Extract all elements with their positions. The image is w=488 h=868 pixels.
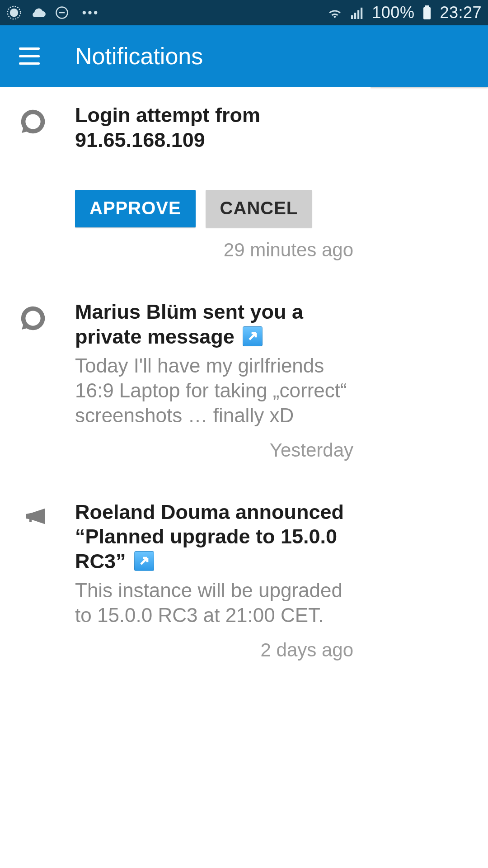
menu-icon[interactable] (19, 47, 40, 65)
notification-time: Yesterday (75, 439, 353, 461)
notification-time: 29 minutes ago (75, 239, 353, 261)
external-link-icon (134, 551, 154, 571)
megaphone-icon (17, 524, 55, 531)
notification-title: Marius Blüm sent you a private message (75, 300, 353, 349)
dnd-icon (55, 6, 69, 19)
svg-point-1 (10, 9, 18, 17)
external-link-icon (243, 326, 263, 346)
bubble-icon (17, 131, 49, 139)
svg-rect-12 (423, 7, 431, 19)
svg-rect-11 (425, 5, 429, 7)
notification-snippet: This instance will be upgraded to 15.0.0… (75, 578, 353, 627)
overflow-dots-icon (81, 9, 99, 16)
app-bar: Notifications (0, 25, 488, 87)
wifi-icon (327, 6, 343, 19)
battery-pct: 100% (372, 3, 414, 22)
cell-signal-icon (351, 6, 364, 19)
notification-title: Roeland Douma announced “Planned upgrade… (75, 500, 353, 575)
svg-point-5 (88, 11, 91, 14)
clock: 23:27 (440, 3, 482, 22)
notification-item[interactable]: Login attempt from 91.65.168.109 APPROVE… (0, 91, 371, 288)
svg-point-4 (83, 11, 86, 14)
cancel-button[interactable]: CANCEL (206, 190, 313, 227)
approve-button[interactable]: APPROVE (75, 190, 196, 227)
cloud-icon (30, 7, 47, 19)
bubble-icon (17, 328, 49, 335)
page-title: Notifications (75, 42, 203, 70)
battery-icon (422, 5, 432, 20)
svg-rect-10 (361, 8, 362, 19)
signal-app-icon (6, 5, 22, 20)
svg-rect-7 (351, 15, 353, 19)
android-status-bar: 100% 23:27 (0, 0, 488, 25)
action-row: APPROVE CANCEL (75, 190, 353, 227)
svg-rect-8 (354, 13, 356, 19)
svg-rect-9 (357, 10, 359, 19)
notification-time: 2 days ago (75, 639, 353, 661)
notification-snippet: Today I'll have my girlfriends 16:9 Lapt… (75, 353, 353, 428)
notification-item[interactable]: Marius Blüm sent you a private message T… (0, 288, 371, 488)
notification-title: Login attempt from 91.65.168.109 (75, 103, 353, 153)
notification-list: Login attempt from 91.65.168.109 APPROVE… (0, 87, 371, 688)
notification-item[interactable]: Roeland Douma announced “Planned upgrade… (0, 488, 371, 689)
svg-point-6 (94, 11, 97, 14)
